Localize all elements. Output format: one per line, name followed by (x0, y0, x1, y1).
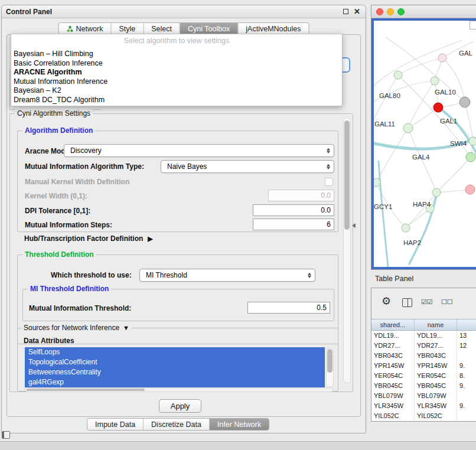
table-cell[interactable]: YBL079W (415, 391, 457, 401)
restore-panel-icon[interactable] (2, 431, 10, 439)
table-cell[interactable]: 8. (457, 371, 476, 381)
algorithm-option[interactable]: Mutual Information Inference (11, 77, 342, 87)
table-row[interactable]: YBL079W YBL079W (371, 391, 476, 401)
network-window-titlebar[interactable] (371, 5, 476, 18)
algorithm-option[interactable]: Basic Correlation Inference (11, 59, 342, 69)
sources-toggle[interactable]: Sources for Network Inference ▼ (21, 324, 132, 332)
settings-scrollbar[interactable] (343, 118, 351, 383)
table-cell[interactable]: YBR043C (415, 351, 457, 361)
table-cell[interactable]: 9. (457, 381, 476, 391)
close-icon[interactable]: ✕ (354, 7, 360, 16)
columns-icon[interactable] (402, 298, 412, 307)
table-cell[interactable]: YBR045C (415, 381, 457, 391)
table-cell[interactable]: 9. (457, 401, 476, 411)
network-node[interactable] (431, 77, 439, 85)
which-threshold-select[interactable]: MI Threshold (139, 269, 315, 282)
attribute-item[interactable]: SelfLoops (25, 347, 325, 357)
algorithm-option[interactable]: Dream8 DC_TDC Algorithm (11, 96, 342, 105)
algorithm-option-selected[interactable]: ARACNE Algorithm (11, 68, 342, 77)
column-header[interactable]: name (415, 319, 457, 330)
table-cell[interactable]: 9. (457, 361, 476, 371)
network-node[interactable] (459, 97, 470, 107)
table-cell[interactable]: YER054C (371, 371, 415, 381)
network-node[interactable] (402, 224, 410, 232)
zoom-button[interactable] (397, 8, 405, 15)
table-cell[interactable]: 13 (457, 331, 476, 341)
gear-icon[interactable]: ⚙ (382, 295, 391, 308)
network-node[interactable] (438, 54, 446, 62)
table-cell[interactable]: YDL19... (415, 331, 457, 341)
splitter-arrow-icon[interactable] (352, 223, 356, 228)
attribute-item[interactable]: gal4RGexp (25, 377, 325, 387)
table-row[interactable]: YPR145W YPR145W 9. (371, 361, 476, 371)
table-cell[interactable]: YLR345W (371, 401, 415, 411)
attribute-item[interactable]: BetweennessCentrality (25, 367, 325, 377)
network-node[interactable] (374, 178, 380, 187)
mi-steps-input[interactable] (253, 219, 334, 230)
table-cell[interactable]: YDR27... (415, 341, 457, 351)
table-cell[interactable]: YPR145W (371, 361, 415, 371)
table-row[interactable]: YDL19... YDL19... 13 (371, 331, 476, 341)
dpi-tolerance-input[interactable] (253, 204, 334, 216)
attribute-list-hscrollbar[interactable] (25, 387, 334, 392)
mi-algorithm-type-select[interactable]: Naive Bayes (161, 160, 334, 173)
table-row[interactable]: YLR345W YLR345W 9. (371, 401, 476, 411)
network-node[interactable] (469, 137, 476, 145)
table-row[interactable]: YDR27... YDR27... 12 (371, 341, 476, 351)
column-header[interactable] (457, 319, 476, 330)
aracne-mode-select[interactable]: Discovery (64, 144, 334, 157)
network-node[interactable] (465, 185, 475, 194)
table-cell[interactable]: YIL052C (371, 411, 415, 421)
float-window-icon[interactable] (343, 9, 348, 14)
hub-definition-toggle[interactable]: Hub/Transcription Factor Definition ▶ (24, 234, 153, 243)
overview-box[interactable] (470, 21, 476, 30)
clear-selection-icon[interactable]: ☐☐ (441, 298, 453, 306)
network-node[interactable] (432, 188, 441, 197)
network-node[interactable] (394, 71, 402, 79)
table-cell[interactable] (457, 351, 476, 361)
algorithm-option[interactable]: Bayesian – K2 (11, 86, 342, 96)
tab-network[interactable]: Network (59, 23, 111, 34)
table-row[interactable]: YBR045C YBR045C 9. (371, 381, 476, 391)
network-graph[interactable]: GAL80 GAL10 GAL11 GAL1 SWI4 GAL4 GCY1 HA… (374, 21, 476, 267)
tab-style[interactable]: Style (110, 23, 143, 34)
table-cell[interactable]: YLR345W (415, 401, 457, 411)
table-cell[interactable]: YBL079W (371, 391, 415, 401)
apply-button[interactable]: Apply (159, 399, 201, 413)
tab-cyni-toolbox[interactable]: Cyni Toolbox (180, 23, 237, 34)
scrollbar-thumb[interactable] (27, 389, 145, 391)
close-button[interactable] (376, 8, 383, 15)
tab-select[interactable]: Select (143, 23, 180, 34)
network-canvas[interactable]: GAL80 GAL10 GAL11 GAL1 SWI4 GAL4 GCY1 HA… (371, 18, 476, 269)
column-header[interactable]: shared... (371, 319, 415, 330)
table-cell[interactable]: YPR145W (415, 361, 457, 371)
table-cell[interactable] (457, 391, 476, 401)
table-cell[interactable]: YER054C (415, 371, 457, 381)
table-row[interactable]: YIL052C YIL052C (371, 411, 476, 421)
network-node[interactable] (466, 152, 475, 162)
attribute-item[interactable]: TopologicalCoefficient (25, 357, 325, 367)
table-cell[interactable]: YDR27... (371, 341, 415, 351)
manual-kernel-checkbox[interactable] (325, 178, 333, 186)
table-cell[interactable]: YBR045C (371, 381, 415, 391)
minimize-button[interactable] (387, 8, 394, 15)
table-cell[interactable]: YDL19... (371, 331, 415, 341)
control-panel-titlebar[interactable]: Control Panel ✕ (2, 5, 366, 18)
tab-discretize-data[interactable]: Discretize Data (143, 419, 209, 430)
tab-impute-data[interactable]: Impute Data (87, 419, 143, 430)
table-row[interactable]: YER054C YER054C 8. (371, 371, 476, 381)
kernel-width-input[interactable] (268, 190, 334, 201)
table-cell[interactable]: YIL052C (415, 411, 457, 421)
network-node[interactable] (403, 123, 413, 133)
select-all-icon[interactable]: ☑☑ (421, 298, 433, 306)
tab-jactivemnodules[interactable]: jActiveMNodules (237, 23, 308, 34)
table-cell[interactable]: YBR043C (371, 351, 415, 361)
table-row[interactable]: YBR043C YBR043C (371, 351, 476, 361)
table-cell[interactable]: 12 (457, 341, 476, 351)
tab-infer-network[interactable]: Infer Network (209, 419, 269, 430)
attribute-list-scrollbar[interactable] (326, 347, 334, 387)
scrollbar-thumb[interactable] (327, 349, 332, 373)
scrollbar-thumb[interactable] (344, 120, 350, 230)
algorithm-option[interactable]: Bayesian – Hill Climbing (11, 50, 342, 59)
network-node[interactable] (433, 103, 443, 112)
